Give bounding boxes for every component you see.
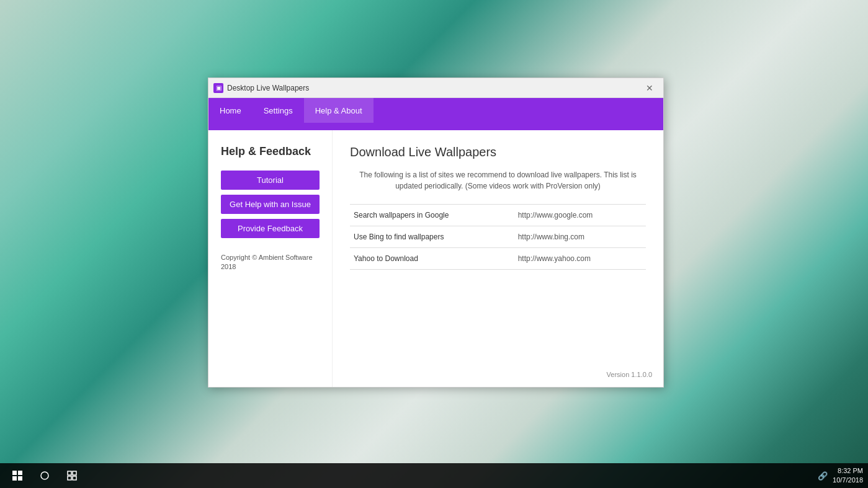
main-content: Help & Feedback Tutorial Get Help with a…: [208, 130, 663, 387]
svg-rect-6: [73, 471, 76, 475]
copyright-text: Copyright © Ambient Software 2018: [221, 253, 320, 272]
svg-rect-2: [12, 476, 17, 481]
get-help-button[interactable]: Get Help with an Issue: [221, 195, 320, 214]
window-title: Desktop Live Wallpapers: [227, 84, 309, 92]
svg-rect-1: [18, 471, 22, 475]
content-area: Help & Feedback Tutorial Get Help with a…: [208, 123, 663, 387]
svg-rect-8: [73, 476, 76, 480]
header-accent-bar: [208, 123, 663, 130]
task-view-button[interactable]: [60, 463, 84, 488]
svg-rect-0: [12, 471, 17, 475]
wallpaper-sites-table: Search wallpapers in Google http://www.g…: [350, 204, 646, 270]
titlebar: ▣ Desktop Live Wallpapers ✕: [208, 78, 663, 98]
table-row: Use Bing to find wallpapers http://www.b…: [350, 226, 646, 248]
nav-help-about[interactable]: Help & About: [304, 98, 374, 123]
taskbar-right-area: 🔗 8:32 PM 10/7/2018: [818, 466, 863, 486]
system-clock: 8:32 PM 10/7/2018: [833, 466, 863, 486]
site-name-bing: Use Bing to find wallpapers: [350, 226, 514, 248]
taskbar: 🔗 8:32 PM 10/7/2018: [0, 463, 868, 488]
left-panel: Help & Feedback Tutorial Get Help with a…: [208, 130, 333, 387]
svg-rect-5: [68, 471, 71, 475]
site-name-yahoo: Yahoo to Download: [350, 248, 514, 270]
system-tray: 🔗: [818, 471, 828, 481]
close-button[interactable]: ✕: [641, 81, 658, 95]
tutorial-button[interactable]: Tutorial: [221, 171, 320, 190]
svg-rect-7: [68, 476, 71, 480]
right-panel-description: The following is a list of sites we reco…: [350, 169, 646, 192]
right-panel-title: Download Live Wallpapers: [350, 145, 646, 159]
nav-settings[interactable]: Settings: [253, 98, 304, 123]
left-panel-title: Help & Feedback: [221, 145, 320, 158]
svg-rect-3: [18, 476, 22, 481]
tray-icon: 🔗: [818, 471, 828, 481]
nav-home[interactable]: Home: [208, 98, 253, 123]
site-url-google[interactable]: http://www.google.com: [514, 205, 646, 226]
search-button[interactable]: [32, 463, 57, 488]
navbar: Home Settings Help & About: [208, 98, 663, 123]
site-url-bing[interactable]: http://www.bing.com: [514, 226, 646, 248]
titlebar-left: ▣ Desktop Live Wallpapers: [213, 83, 309, 93]
site-name-google: Search wallpapers in Google: [350, 205, 514, 226]
svg-point-4: [41, 472, 48, 479]
start-button[interactable]: [5, 463, 30, 488]
clock-date: 10/7/2018: [833, 476, 863, 485]
taskbar-left-area: [5, 463, 84, 488]
clock-time: 8:32 PM: [833, 466, 863, 476]
site-url-yahoo[interactable]: http://www.yahoo.com: [514, 248, 646, 270]
version-label: Version 1.1.0.0: [607, 371, 652, 378]
provide-feedback-button[interactable]: Provide Feedback: [221, 219, 320, 238]
table-row: Search wallpapers in Google http://www.g…: [350, 205, 646, 226]
app-icon: ▣: [213, 83, 223, 93]
app-window: ▣ Desktop Live Wallpapers ✕ Home Setting…: [208, 78, 664, 388]
right-panel: Download Live Wallpapers The following i…: [333, 130, 663, 387]
table-row: Yahoo to Download http://www.yahoo.com: [350, 248, 646, 270]
